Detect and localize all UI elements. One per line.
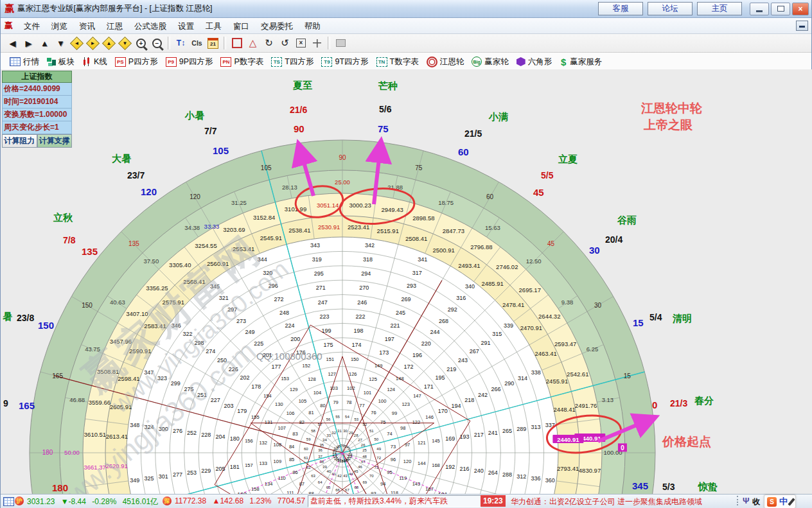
svg-text:75: 75 xyxy=(378,123,389,134)
toolbar-separator xyxy=(328,37,330,49)
svg-text:38: 38 xyxy=(320,460,324,464)
svg-text:60: 60 xyxy=(486,193,494,200)
kline-button[interactable]: K线 xyxy=(80,55,112,69)
move-down-icon[interactable]: ▼ xyxy=(117,36,133,51)
menu-item[interactable]: 浏览 xyxy=(46,21,73,32)
svg-text:168: 168 xyxy=(432,462,440,468)
svg-text:169: 169 xyxy=(445,435,455,442)
close-button[interactable]: × xyxy=(792,3,809,15)
menu-item[interactable]: 公式选股 xyxy=(128,21,172,32)
winner-wheel-icon: Big xyxy=(472,57,482,67)
delete-box-icon[interactable]: × xyxy=(293,36,309,51)
p-table-button[interactable]: PNP数字表 xyxy=(218,55,269,69)
triangle-tool-icon[interactable]: △ xyxy=(245,36,261,51)
svg-text:100: 100 xyxy=(378,398,387,404)
rotate-ccw-icon[interactable]: ↺ xyxy=(277,36,293,51)
app-window: 赢 赢家江恩专业版[赢家内部服务平台] - [上证指数 江恩轮] 客服论坛主页 … xyxy=(0,0,812,508)
menu-item[interactable]: 交易委托 xyxy=(255,21,299,32)
calendar-icon[interactable]: 21 xyxy=(205,36,221,51)
rotate-cw-icon[interactable]: ↻ xyxy=(261,36,277,51)
t-table-button[interactable]: TNT数字表 xyxy=(374,55,424,69)
titlebar-button-1[interactable]: 论坛 xyxy=(648,2,693,15)
zoom-in-icon[interactable]: + xyxy=(133,36,149,51)
shanghai-quote[interactable]: 3031.23 ▼-8.44 -0.28% 4516.01亿 xyxy=(27,496,162,507)
svg-text:151: 151 xyxy=(326,356,335,362)
svg-text:2545.91: 2545.91 xyxy=(260,234,282,241)
minimize-button[interactable] xyxy=(750,3,769,15)
titlebar-button-2[interactable]: 主页 xyxy=(697,2,742,15)
ime-mode-icon[interactable]: 中 xyxy=(779,496,788,507)
gann-wheel-svg[interactable]: 1234567891011121314151617181920212223242… xyxy=(1,69,812,495)
svg-text:338: 338 xyxy=(531,369,541,376)
svg-text:45: 45 xyxy=(547,240,555,247)
sectors-button[interactable]: 板块 xyxy=(44,55,80,69)
svg-text:319: 319 xyxy=(312,256,322,263)
zoom-out-icon[interactable]: − xyxy=(149,36,165,51)
toolbar-item-label: 9P四方形 xyxy=(179,57,213,67)
svg-text:217: 217 xyxy=(474,432,484,438)
svg-text:153: 153 xyxy=(281,376,289,381)
menu-item[interactable]: 窗口 xyxy=(227,21,255,32)
svg-text:294: 294 xyxy=(361,270,371,277)
menu-item[interactable]: 工具 xyxy=(200,21,227,32)
svg-text:150: 150 xyxy=(351,356,359,362)
sogou-ime-icon[interactable]: S xyxy=(767,497,777,507)
t-table-icon: TN xyxy=(376,57,387,67)
svg-text:37.50: 37.50 xyxy=(143,258,159,265)
menu-item[interactable]: 帮助 xyxy=(299,21,326,32)
svg-text:47: 47 xyxy=(361,460,366,464)
titlebar-button-0[interactable]: 客服 xyxy=(598,2,643,15)
menu-item[interactable]: 资讯 xyxy=(73,21,101,32)
svg-text:5/5: 5/5 xyxy=(541,170,554,180)
calc-resistance-button[interactable]: 计算阻力 xyxy=(2,134,37,148)
time-axis-icon[interactable]: T↕ xyxy=(173,36,189,51)
page-right-icon[interactable]: ▶ xyxy=(21,36,37,51)
move-up-icon[interactable]: ▲ xyxy=(101,36,117,51)
news-headline[interactable]: 华力创通：出资2亿设立子公司 进一步聚焦集成电路领域 xyxy=(511,496,702,507)
winner-service-button[interactable]: $赢家服务 xyxy=(557,55,607,69)
svg-text:40.63: 40.63 xyxy=(110,299,125,306)
peak-down-icon[interactable]: ▼ xyxy=(53,36,69,51)
svg-text:106: 106 xyxy=(287,410,295,416)
menu-logo-icon: 赢 xyxy=(4,20,13,31)
calc-support-button[interactable]: 计算支撑 xyxy=(37,134,73,148)
menu-item[interactable]: 设置 xyxy=(172,21,200,32)
svg-text:3051.14: 3051.14 xyxy=(317,202,339,209)
screen-tool-icon[interactable] xyxy=(333,36,349,51)
news-ticker[interactable]: 盘前走低，特斯拉跌3.44%，蔚来汽车跌 xyxy=(308,495,481,507)
menu-item[interactable]: 江恩 xyxy=(101,21,128,32)
menu-item[interactable]: 文件 xyxy=(18,21,46,32)
quotes-button[interactable]: 行情 xyxy=(7,55,44,69)
t9-square-button[interactable]: T99T四方形 xyxy=(319,55,373,69)
peak-up-icon[interactable]: ▲ xyxy=(37,36,53,51)
move-left-icon[interactable]: ◄ xyxy=(69,36,85,51)
restore-button[interactable] xyxy=(771,3,790,15)
window-controls: × xyxy=(750,3,809,15)
p-square-button[interactable]: PSP四方形 xyxy=(112,55,163,69)
square-tool-icon[interactable] xyxy=(229,36,245,51)
svg-text:2500.91: 2500.91 xyxy=(432,247,454,254)
t-square-button[interactable]: TST四方形 xyxy=(269,55,319,69)
window-title: 赢家江恩专业版[赢家内部服务平台] - [上证指数 江恩轮] xyxy=(17,3,212,14)
crosshair-icon[interactable] xyxy=(309,36,325,51)
cls-button[interactable]: Cls xyxy=(189,36,205,51)
winner-wheel-button[interactable]: Big赢家轮 xyxy=(469,55,514,69)
hexagon-button[interactable]: 六角形 xyxy=(514,55,558,69)
child-window-icon[interactable] xyxy=(796,21,808,31)
svg-text:3.13: 3.13 xyxy=(602,396,614,403)
svg-text:104: 104 xyxy=(313,390,322,396)
page-left-icon[interactable]: ◀ xyxy=(4,36,21,51)
handwriting-pen-icon[interactable] xyxy=(788,498,795,506)
svg-text:15: 15 xyxy=(624,372,631,380)
shenzhen-quote[interactable]: 11772.38 ▲142.68 1.23% 7704.57 xyxy=(175,496,309,505)
quote-grid-icon[interactable] xyxy=(3,497,14,506)
svg-text:149: 149 xyxy=(375,363,383,369)
svg-text:43: 43 xyxy=(343,474,348,478)
move-right-icon[interactable]: ► xyxy=(85,36,101,51)
title-bar: 赢 赢家江恩专业版[赢家内部服务平台] - [上证指数 江恩轮] 客服论坛主页 … xyxy=(1,0,811,18)
news-time-badge: 19:23 xyxy=(481,495,506,507)
svg-text:342: 342 xyxy=(365,242,375,249)
gann-wheel-button[interactable]: 江恩轮 xyxy=(424,55,470,69)
p9-square-button[interactable]: P99P四方形 xyxy=(163,55,218,69)
svg-text:221: 221 xyxy=(390,322,400,329)
